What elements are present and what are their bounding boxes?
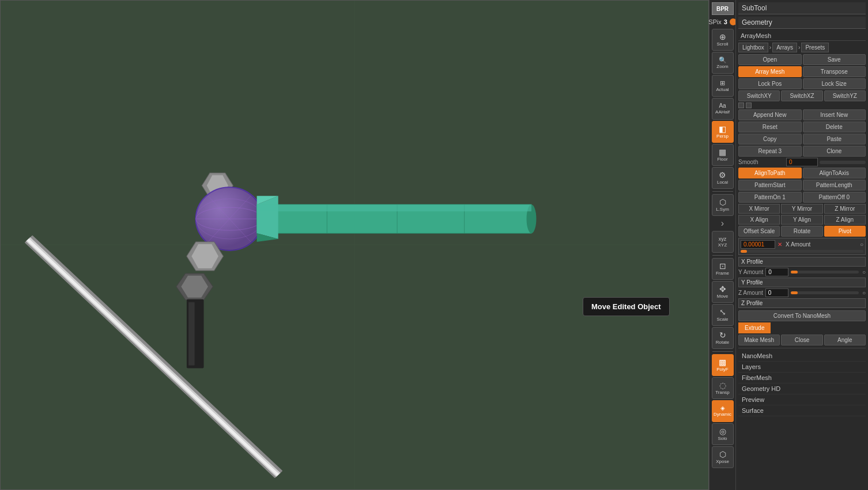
persp-tool[interactable]: ◧ Persp (712, 121, 734, 143)
align-to-path-button[interactable]: AlignToPath (738, 168, 802, 178)
extrude-button[interactable]: Extrude (738, 322, 771, 333)
arraymesh-transpose-row: Array Mesh Transpose (738, 66, 866, 77)
smooth-slider[interactable] (820, 161, 866, 164)
rotate-button[interactable]: Rotate (781, 226, 822, 237)
z-align-button[interactable]: Z Align (824, 215, 866, 225)
geometry-title: Geometry (738, 17, 866, 29)
expand-arrow[interactable]: › (720, 217, 725, 230)
floor-tool[interactable]: ▦ Floor (712, 144, 734, 166)
make-mesh-row: Make Mesh Close Angle (738, 335, 866, 345)
layers-item[interactable]: Layers (738, 362, 866, 373)
arraymesh-label: ArrayMesh (738, 31, 866, 41)
scroll-tool[interactable]: ⊕ Scroll (712, 29, 734, 51)
arraymesh-section: ArrayMesh Lightbox › Arrays › Presets Op… (738, 31, 866, 416)
geometry-section: Geometry (738, 17, 866, 29)
switchyz-button[interactable]: SwitchYZ (824, 90, 866, 101)
angle-button[interactable]: Angle (824, 335, 866, 345)
reset-button[interactable]: Reset (738, 121, 802, 132)
pattern-on-off-row: PatternOn 1 PatternOff 0 (738, 192, 866, 203)
switchxy-button[interactable]: SwitchXY (738, 90, 780, 101)
y-mirror-button[interactable]: Y Mirror (781, 204, 822, 214)
transp-tool[interactable]: ◌ Transp (712, 377, 734, 399)
switchxz-button[interactable]: SwitchXZ (781, 90, 822, 101)
mirror-row: X Mirror Y Mirror Z Mirror (738, 204, 866, 214)
zoom-tool[interactable]: 🔍 Zoom (712, 52, 734, 74)
close-button[interactable]: Close (781, 335, 822, 345)
open-button[interactable]: Open (738, 54, 802, 65)
make-mesh-button[interactable]: Make Mesh (738, 335, 780, 345)
repeat-button[interactable]: Repeat 3 (738, 146, 802, 157)
z-amount-slider[interactable] (791, 291, 859, 294)
pattern-length-button[interactable]: PatternLength (803, 180, 866, 191)
actual-tool[interactable]: ⊞ Actual (712, 75, 734, 97)
copy-paste-row: Copy Paste (738, 134, 866, 145)
checkbox-1[interactable] (738, 102, 744, 108)
fibermesh-item[interactable]: FiberMesh (738, 373, 866, 383)
align-to-axis-button[interactable]: AlignToAxis (803, 168, 866, 178)
arrays-breadcrumb[interactable]: Arrays (772, 43, 797, 52)
y-profile-label: Y Profile (738, 278, 866, 287)
polyf-tool[interactable]: ▩ PolyF (712, 354, 734, 376)
separator-1 (738, 348, 866, 348)
dynamic-tool[interactable]: ◈ Dynamic (712, 400, 734, 422)
open-save-row: Open Save (738, 54, 866, 65)
convert-nanomesh-row: Convert To NanoMesh (738, 310, 866, 321)
checkbox-2[interactable] (746, 102, 752, 108)
frame-tool[interactable]: ⊡ Frame (712, 258, 734, 280)
scale-tool[interactable]: ⤡ Scale (712, 304, 734, 326)
x-mirror-button[interactable]: X Mirror (738, 204, 780, 214)
save-button[interactable]: Save (803, 54, 866, 65)
delete-button[interactable]: Delete (803, 121, 866, 132)
pattern-start-button[interactable]: PatternStart (738, 180, 802, 191)
lock-pos-button[interactable]: Lock Pos (738, 78, 802, 89)
z-profile-label: Z Profile (738, 298, 866, 308)
toolbar-separator-2 (712, 255, 733, 256)
copy-button[interactable]: Copy (738, 134, 802, 145)
lightbox-breadcrumb[interactable]: Lightbox (738, 43, 768, 52)
lsym-tool[interactable]: ⬡ L.Sym (712, 194, 734, 216)
convert-nanomesh-button[interactable]: Convert To NanoMesh (738, 310, 866, 321)
offset-scale-button[interactable]: Offset Scale (738, 226, 780, 237)
x-profile-label: X Profile (738, 257, 866, 267)
y-amount-slider[interactable] (791, 271, 859, 274)
z-profile-section: Z Profile (738, 298, 866, 308)
append-insert-row: Append New Insert New (738, 109, 866, 120)
clone-button[interactable]: Clone (803, 146, 866, 157)
align-row: AlignToPath AlignToAxis (738, 168, 866, 178)
presets-breadcrumb[interactable]: Presets (801, 43, 829, 52)
svg-rect-20 (188, 302, 195, 366)
bpr-button[interactable]: BPR (712, 2, 734, 15)
subtool-section: SubTool (738, 2, 866, 14)
insert-new-button[interactable]: Insert New (803, 109, 866, 120)
rotate-tool[interactable]: ↻ Rotate (712, 327, 734, 349)
pivot-button[interactable]: Pivot (824, 226, 866, 237)
svg-rect-29 (257, 204, 531, 211)
move-tool[interactable]: ✥ Move (712, 281, 734, 303)
right-toolbar: BPR SPix 3 ⊕ Scroll 🔍 Zoom ⊞ Actual Aa A… (709, 0, 735, 490)
aahalf-tool[interactable]: Aa AAHalf (712, 98, 734, 120)
local-tool[interactable]: ⚙ Local (712, 167, 734, 189)
pattern-on-button[interactable]: PatternOn 1 (738, 192, 802, 203)
x-amount-slider[interactable] (741, 250, 863, 253)
main-viewport[interactable]: Move Edited Object (0, 0, 709, 490)
switch-row: SwitchXY SwitchXZ SwitchYZ (738, 90, 866, 101)
z-mirror-button[interactable]: Z Mirror (824, 204, 866, 214)
y-amount-row: Y Amount 0 ○ (738, 268, 866, 276)
preview-item[interactable]: Preview (738, 394, 866, 405)
xpose-tool[interactable]: ⬡ Xpose (712, 446, 734, 468)
geometry-hd-item[interactable]: Geometry HD (738, 383, 866, 394)
solo-tool[interactable]: ◎ Solo (712, 423, 734, 445)
lock-size-button[interactable]: Lock Size (803, 78, 866, 89)
x-align-button[interactable]: X Align (738, 215, 780, 225)
array-mesh-button[interactable]: Array Mesh (738, 66, 802, 77)
surface-item[interactable]: Surface (738, 405, 866, 416)
pattern-off-button[interactable]: PatternOff 0 (803, 192, 866, 203)
append-new-button[interactable]: Append New (738, 109, 802, 120)
z-amount-row: Z Amount 0 ○ (738, 288, 866, 297)
transpose-button[interactable]: Transpose (803, 66, 866, 77)
spix-row: SPix 3 (706, 17, 739, 26)
nanomesh-item[interactable]: NanoMesh (738, 351, 866, 362)
y-align-button[interactable]: Y Align (781, 215, 822, 225)
paste-button[interactable]: Paste (803, 134, 866, 145)
xyz-tool[interactable]: xyz XYZ (712, 231, 734, 253)
